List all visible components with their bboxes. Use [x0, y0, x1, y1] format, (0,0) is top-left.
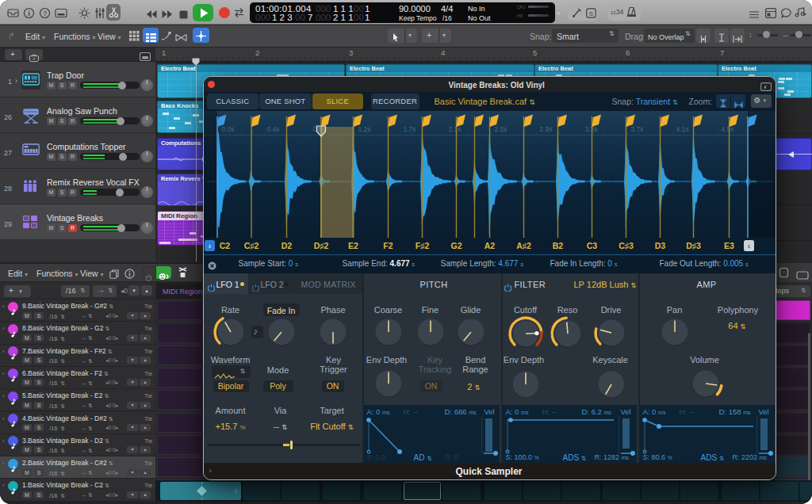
svg-text:C3: C3	[587, 241, 598, 250]
svg-text:4.1s: 4.1s	[676, 125, 689, 133]
svg-text:F♯2: F♯2	[416, 241, 430, 250]
svg-text:D3: D3	[655, 241, 666, 250]
svg-text:D♯3: D♯3	[686, 241, 701, 250]
svg-text:C♯3: C♯3	[619, 241, 634, 250]
svg-text:F2: F2	[383, 241, 393, 250]
svg-text:G2: G2	[450, 241, 462, 250]
svg-text:2.9s: 2.9s	[540, 125, 553, 133]
svg-text:i: i	[128, 270, 130, 278]
svg-text:2.5s: 2.5s	[495, 125, 508, 133]
svg-text:A2: A2	[485, 241, 496, 250]
svg-text:+: +	[33, 56, 36, 62]
svg-text:3.3s: 3.3s	[585, 125, 598, 133]
svg-text:2.1s: 2.1s	[449, 125, 462, 133]
svg-text:0.4s: 0.4s	[267, 125, 280, 133]
svg-text:S: S	[589, 10, 593, 17]
svg-text:D♯2: D♯2	[314, 241, 329, 250]
svg-text:4.5s: 4.5s	[722, 125, 734, 133]
svg-text:C♯2: C♯2	[244, 241, 259, 250]
svg-text:E3: E3	[724, 241, 734, 250]
svg-text:3.7s: 3.7s	[631, 125, 644, 133]
svg-text:E2: E2	[348, 241, 358, 250]
svg-text:B2: B2	[553, 241, 564, 250]
svg-text:1.2s: 1.2s	[358, 125, 371, 133]
svg-text:i: i	[28, 10, 30, 17]
svg-text:D2: D2	[282, 241, 293, 250]
svg-text:0.0s: 0.0s	[222, 125, 235, 133]
svg-text:?: ?	[43, 10, 47, 17]
svg-text:‹: ‹	[748, 241, 750, 250]
svg-text:›: ›	[209, 241, 211, 250]
svg-text:A♯2: A♯2	[516, 241, 531, 250]
svg-text:C2: C2	[220, 241, 231, 250]
svg-text:1.7s: 1.7s	[404, 125, 416, 133]
